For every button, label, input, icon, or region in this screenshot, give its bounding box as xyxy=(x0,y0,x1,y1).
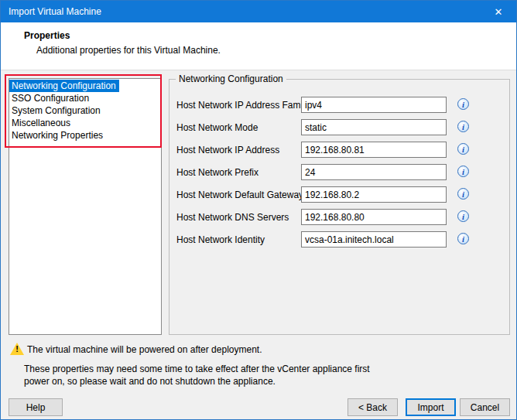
close-button[interactable]: ✕ xyxy=(481,1,516,22)
field-row: Host Network IP Address Family i xyxy=(169,97,509,113)
host-network-mode-input[interactable] xyxy=(301,119,447,135)
field-label: Host Network IP Address xyxy=(176,145,279,155)
page-title: Properties xyxy=(24,30,70,41)
field-row: Host Network Default Gateway i xyxy=(169,186,509,203)
field-label: Host Network Default Gateway xyxy=(176,190,303,200)
info-icon[interactable]: i xyxy=(457,210,469,222)
titlebar: Import Virtual Machine ✕ xyxy=(1,1,516,22)
info-icon[interactable]: i xyxy=(457,98,469,110)
info-icon[interactable]: i xyxy=(457,143,469,155)
info-icon[interactable]: i xyxy=(457,166,469,177)
host-network-identity-input[interactable] xyxy=(301,231,447,248)
field-row: Host Network Identity i xyxy=(169,231,509,248)
wizard-header: Properties Additional properties for thi… xyxy=(1,22,516,70)
list-item-system-configuration[interactable]: System Configuration xyxy=(9,104,161,117)
field-label: Host Network Identity xyxy=(176,234,265,245)
note-text: These properties may need some time to t… xyxy=(24,363,374,388)
host-network-dns-servers-input[interactable] xyxy=(301,209,447,225)
info-icon[interactable]: i xyxy=(457,188,469,200)
back-button[interactable]: < Back xyxy=(348,398,398,416)
field-row: Host Network IP Address i xyxy=(169,142,509,158)
list-item-sso-configuration[interactable]: SSO Configuration xyxy=(9,92,161,104)
field-row: Host Network Mode i xyxy=(169,119,509,135)
help-button[interactable]: Help xyxy=(9,398,63,416)
warning-icon: ! xyxy=(10,343,24,355)
list-item-miscellaneous[interactable]: Miscellaneous xyxy=(9,117,161,129)
warning-text: The virtual machine will be powered on a… xyxy=(27,344,262,355)
field-row: Host Network Prefix i xyxy=(169,164,509,180)
host-network-ip-address-input[interactable] xyxy=(301,142,447,158)
host-network-prefix-input[interactable] xyxy=(301,164,447,180)
close-icon: ✕ xyxy=(495,6,503,18)
host-network-ip-address-family-input[interactable] xyxy=(301,97,447,113)
list-item-networking-configuration[interactable]: Networking Configuration xyxy=(9,80,119,92)
warning-exclamation: ! xyxy=(10,344,24,353)
page-subtitle: Additional properties for this Virtual M… xyxy=(36,45,221,56)
host-network-default-gateway-input[interactable] xyxy=(301,186,447,203)
info-icon[interactable]: i xyxy=(457,121,469,132)
list-item-networking-properties[interactable]: Networking Properties xyxy=(9,129,161,142)
field-label: Host Network Mode xyxy=(176,122,258,133)
info-icon[interactable]: i xyxy=(457,233,469,244)
networking-configuration-group: Networking Configuration Host Network IP… xyxy=(169,79,510,335)
cancel-button[interactable]: Cancel xyxy=(460,398,510,416)
category-list[interactable]: Networking Configuration SSO Configurati… xyxy=(9,78,162,335)
field-row: Host Network DNS Servers i xyxy=(169,209,509,225)
import-vm-dialog: Import Virtual Machine ✕ Properties Addi… xyxy=(0,0,517,420)
field-label: Host Network DNS Servers xyxy=(176,212,289,223)
import-button[interactable]: Import xyxy=(406,398,456,416)
field-label: Host Network IP Address Family xyxy=(176,100,310,111)
group-title: Networking Configuration xyxy=(176,73,286,84)
field-label: Host Network Prefix xyxy=(176,167,258,178)
window-title: Import Virtual Machine xyxy=(9,6,101,17)
